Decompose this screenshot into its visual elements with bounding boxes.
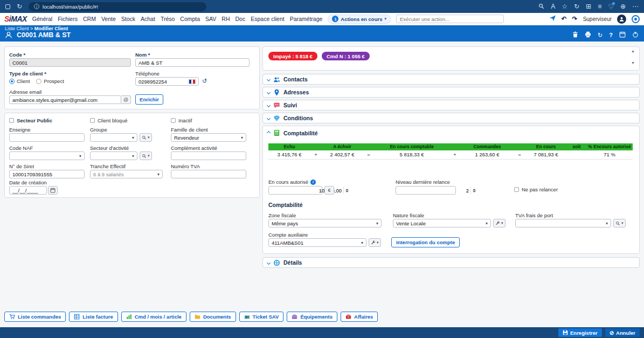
- sync-icon[interactable]: ↻: [574, 3, 579, 10]
- tranche-select[interactable]: 6 à 9 salariés ▾: [90, 170, 163, 178]
- ticket-sav-button[interactable]: Ticket SAV: [239, 312, 284, 322]
- phone-undo-icon[interactable]: ↺: [202, 78, 207, 85]
- refresh-icon[interactable]: ↻: [598, 32, 603, 39]
- ne-pas-relancer-checkbox[interactable]: [514, 187, 519, 192]
- radio-client[interactable]: [9, 79, 15, 84]
- execute-action-input[interactable]: [396, 15, 504, 23]
- menu-item-sav[interactable]: SAV: [205, 16, 216, 22]
- menu-item-compta[interactable]: Compta: [180, 16, 200, 22]
- menu-item-stock[interactable]: Stock: [121, 16, 135, 22]
- print-icon[interactable]: [585, 31, 591, 39]
- favorites-icon[interactable]: ≡: [598, 3, 601, 10]
- browser-refresh-icon[interactable]: ↻: [17, 3, 22, 10]
- session-power-icon[interactable]: [632, 15, 640, 23]
- stepper-arrows[interactable]: [343, 187, 350, 194]
- liste-facture-button[interactable]: Liste facture: [69, 312, 118, 322]
- browser-essentials-icon[interactable]: ♡: [608, 3, 614, 10]
- telephone-field[interactable]: 0298952254: [135, 77, 199, 86]
- section-contacts[interactable]: Contacts: [262, 74, 640, 85]
- date-picker-button[interactable]: [48, 186, 58, 195]
- famille-select[interactable]: Revendeur ▾: [171, 133, 246, 142]
- compte-auxiliaire-tools-button[interactable]: ▾: [369, 238, 381, 247]
- scroll-down-icon[interactable]: ▼: [631, 61, 635, 65]
- numero-tva-field[interactable]: [171, 170, 246, 178]
- section-adresses[interactable]: Adresses: [262, 87, 640, 98]
- save-button[interactable]: Enregistrer: [558, 328, 602, 337]
- tva-frais-port-select[interactable]: ▾: [515, 219, 611, 227]
- code-naf-select[interactable]: ▾: [9, 151, 85, 160]
- stepper-arrows[interactable]: [470, 187, 477, 194]
- cmd-mois-article-button[interactable]: Cmd / mois / article: [121, 312, 186, 322]
- tab-icon[interactable]: [5, 4, 10, 9]
- menu-item-espace-client[interactable]: Espace client: [251, 16, 284, 22]
- menu-item-general[interactable]: Général: [32, 16, 52, 22]
- breadcrumb[interactable]: Liste Client > Modifier Client: [5, 26, 68, 31]
- undo-icon[interactable]: ↶: [562, 15, 567, 23]
- code-field[interactable]: [9, 58, 131, 67]
- cmd-badge[interactable]: Cmd N : 1 055 €: [322, 52, 370, 60]
- enseigne-field[interactable]: [9, 133, 85, 142]
- menu-item-achat[interactable]: Achat: [141, 16, 155, 22]
- redo-icon[interactable]: ↷: [572, 15, 578, 23]
- breadcrumb-parent[interactable]: Liste Client: [5, 26, 29, 31]
- address-bar[interactable]: i localhost/simax/public/#!: [29, 2, 206, 11]
- cancel-button[interactable]: ⊘ Annuler: [605, 328, 640, 337]
- email-at-button[interactable]: @: [121, 95, 131, 104]
- liste-commandes-button[interactable]: Liste commandes: [4, 312, 66, 322]
- app-logo[interactable]: SiMAX: [4, 15, 27, 23]
- email-field[interactable]: [9, 95, 121, 104]
- menu-item-crm[interactable]: CRM: [83, 16, 96, 22]
- power-icon[interactable]: [632, 31, 639, 39]
- user-name[interactable]: Superviseur: [583, 16, 612, 22]
- siret-field[interactable]: [9, 170, 85, 178]
- search-icon[interactable]: [538, 3, 544, 10]
- affaires-button[interactable]: Affaires: [341, 312, 378, 322]
- zone-fiscale-select[interactable]: Même pays ▾: [268, 219, 382, 227]
- help-icon[interactable]: ?: [609, 32, 613, 38]
- section-comptabilite-header[interactable]: Comptabilité: [267, 129, 318, 136]
- secteur-public-checkbox[interactable]: [9, 118, 14, 123]
- secteur-search-button[interactable]: ▾: [140, 151, 152, 160]
- info-icon[interactable]: i: [310, 180, 316, 185]
- menu-item-parametrage[interactable]: Paramétrage: [290, 16, 323, 22]
- menu-item-doc[interactable]: Doc: [236, 16, 246, 22]
- documents-button[interactable]: Documents: [190, 312, 236, 322]
- equipements-button[interactable]: Équipements: [287, 312, 337, 322]
- secteur-activite-select[interactable]: ▾: [90, 151, 137, 160]
- impaye-badge[interactable]: Impayé : 5 818 €: [268, 52, 317, 60]
- more-icon[interactable]: ⋯: [632, 3, 639, 10]
- nature-fiscale-select[interactable]: Vente Locale ▾: [393, 219, 491, 227]
- encours-autorise-stepper[interactable]: [268, 186, 322, 195]
- nom-field[interactable]: [135, 58, 250, 67]
- nature-fiscale-tools-button[interactable]: ▾: [493, 219, 505, 227]
- scroll-up-icon[interactable]: ▲: [631, 49, 635, 53]
- complement-field[interactable]: [171, 151, 246, 160]
- delete-icon[interactable]: [572, 31, 578, 39]
- actions-en-cours-dropdown[interactable]: 1 Actions en cours ▾: [328, 15, 391, 24]
- split-screen-icon[interactable]: ⊞: [586, 3, 591, 10]
- extensions-icon[interactable]: ⊕: [620, 3, 626, 10]
- groupe-search-button[interactable]: ▾: [140, 133, 152, 142]
- enrichir-button[interactable]: Enrichir: [135, 94, 163, 105]
- calendar-icon[interactable]: [619, 31, 626, 39]
- inactif-checkbox[interactable]: [171, 118, 176, 123]
- radio-prospect[interactable]: [36, 79, 41, 84]
- avatar[interactable]: [617, 15, 626, 24]
- menu-item-vente[interactable]: Vente: [101, 16, 116, 22]
- niveau-relance-input[interactable]: [396, 187, 470, 194]
- site-info-icon[interactable]: i: [34, 4, 39, 9]
- compte-auxiliaire-select[interactable]: 411AMB&S01 ▾: [268, 238, 366, 247]
- menu-item-fichiers[interactable]: Fichiers: [58, 16, 78, 22]
- read-aloud-icon[interactable]: A: [551, 3, 555, 10]
- section-suivi[interactable]: Suivi: [262, 100, 640, 111]
- groupe-select[interactable]: ▾: [90, 133, 137, 142]
- section-details[interactable]: Détails: [262, 257, 640, 268]
- menu-item-treso[interactable]: Tréso: [161, 16, 175, 22]
- tva-frais-port-search-button[interactable]: ▾: [613, 219, 626, 227]
- client-bloque-checkbox[interactable]: [90, 118, 95, 123]
- send-icon[interactable]: [549, 15, 556, 23]
- section-conditions[interactable]: Conditions: [262, 113, 640, 123]
- date-creation-field[interactable]: [9, 186, 47, 195]
- currency-button[interactable]: €: [324, 186, 334, 195]
- niveau-relance-stepper[interactable]: [396, 186, 456, 195]
